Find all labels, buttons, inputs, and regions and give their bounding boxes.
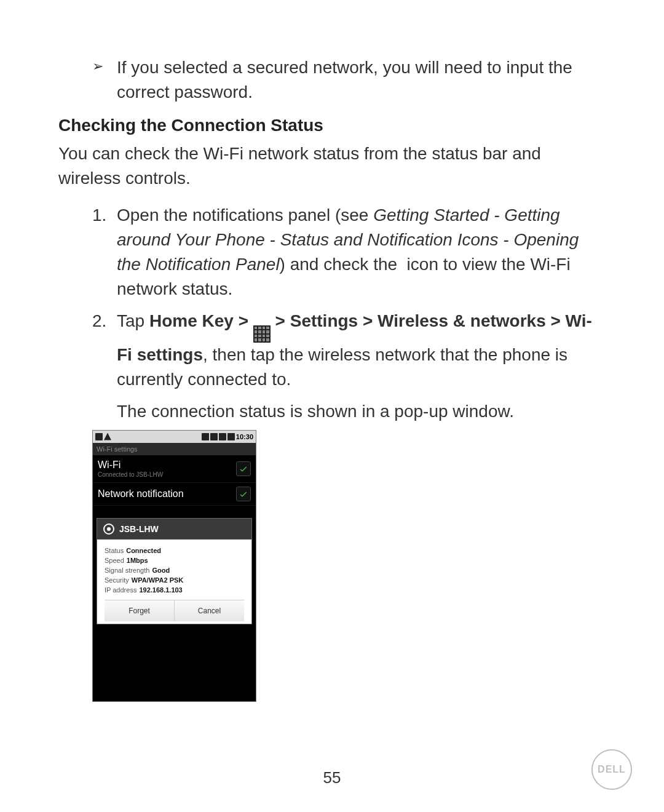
phone-screenshot: 10:30 Wi-Fi settings Wi-Fi Connected to … — [92, 430, 256, 702]
dell-logo: DELL — [591, 749, 632, 790]
popup-header: JSB-LHW — [97, 519, 251, 539]
step-number: 1. — [92, 203, 117, 228]
warning-icon — [104, 433, 111, 440]
wifi-row-title: Wi-Fi — [98, 459, 163, 471]
connection-status-popup: JSB-LHW StatusConnected Speed1Mbps Signa… — [97, 518, 252, 624]
step-body: Tap Home Key > > Settings > Wireless & n… — [117, 309, 606, 392]
bullet-item: ➢ If you selected a secured network, you… — [92, 55, 606, 105]
page-number: 55 — [0, 768, 664, 787]
wifi-icon — [227, 433, 235, 440]
step-2: 2. Tap Home Key > > Settings > Wireless … — [92, 309, 606, 392]
status-label: Status — [105, 547, 124, 554]
security-label: Security — [105, 576, 129, 584]
speed-value: 1Mbps — [127, 557, 148, 564]
step-number: 2. — [92, 309, 117, 333]
speed-label: Speed — [105, 557, 124, 564]
popup-body: StatusConnected Speed1Mbps Signal streng… — [97, 539, 251, 624]
network-notification-title: Network notification — [98, 488, 184, 500]
popup-ssid: JSB-LHW — [119, 524, 159, 534]
check-icon — [239, 489, 248, 499]
cancel-button[interactable]: Cancel — [175, 600, 244, 621]
triangle-bullet-icon: ➢ — [92, 55, 117, 78]
status-icon — [95, 433, 103, 440]
wifi-signal-icon — [103, 523, 114, 535]
popup-note: The connection status is shown in a pop-… — [117, 399, 606, 424]
screen-title: Wi-Fi settings — [93, 443, 256, 455]
apps-grid-icon — [253, 325, 271, 343]
step2-pre: Tap — [117, 311, 149, 330]
signal-bar-icon — [219, 433, 226, 440]
status-time: 10:30 — [236, 433, 253, 440]
battery-icon — [210, 433, 218, 440]
step1-pre: Open the notifications panel (see — [117, 205, 373, 225]
step-body: Open the notifications panel (see Gettin… — [117, 203, 606, 301]
wifi-toggle-row[interactable]: Wi-Fi Connected to JSB-LHW — [93, 455, 256, 483]
ip-value: 192.168.1.103 — [139, 586, 182, 594]
signal-label: Signal strength — [105, 567, 149, 574]
manual-page: ➢ If you selected a secured network, you… — [0, 0, 664, 812]
wifi-checkbox[interactable] — [236, 461, 251, 476]
security-value: WPA/WPA2 PSK — [132, 576, 184, 584]
status-value: Connected — [126, 547, 161, 554]
bullet-text: If you selected a secured network, you w… — [117, 55, 606, 105]
ip-label: IP address — [105, 586, 136, 594]
check-icon — [239, 464, 248, 474]
section-heading: Checking the Connection Status — [58, 116, 606, 135]
sd-card-icon — [202, 433, 209, 440]
step-1: 1. Open the notifications panel (see Get… — [92, 203, 606, 301]
android-status-bar: 10:30 — [93, 431, 256, 443]
network-notification-checkbox[interactable] — [236, 487, 251, 501]
step1-post-close: ) and check the — [280, 255, 397, 274]
intro-paragraph: You can check the Wi-Fi network status f… — [58, 141, 606, 191]
forget-button[interactable]: Forget — [105, 600, 175, 621]
step2-path-a: Home Key > — [149, 311, 253, 330]
network-notification-row[interactable]: Network notification — [93, 483, 256, 506]
wifi-row-subtitle: Connected to JSB-LHW — [98, 471, 163, 479]
signal-value: Good — [152, 567, 170, 574]
